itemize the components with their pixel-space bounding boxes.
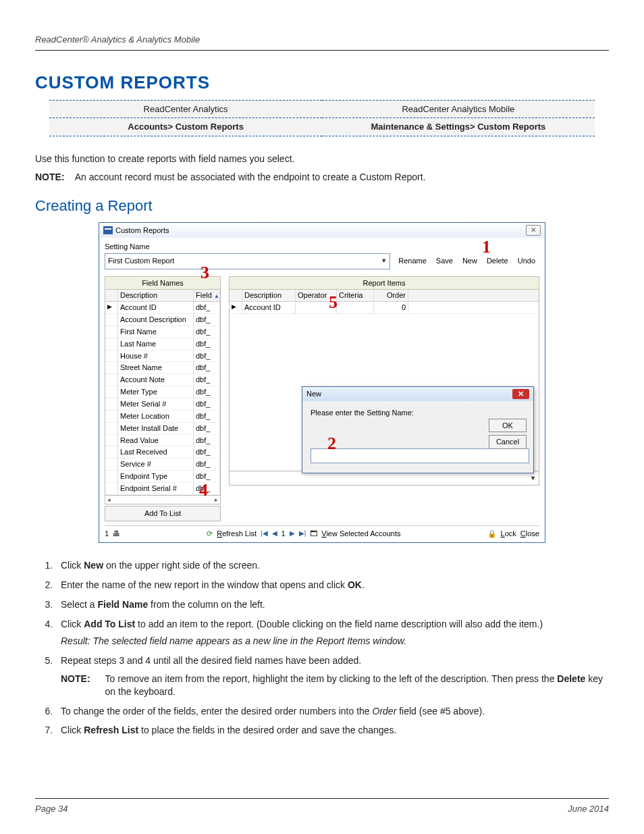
table-row[interactable]: House #dbf_ (105, 350, 220, 363)
report-icon (103, 226, 113, 234)
table-row[interactable]: ▶ Account ID 0 (230, 302, 539, 314)
table-row[interactable]: Street Namedbf_ (105, 362, 220, 374)
step-6: To change the order of the fields, enter… (55, 705, 609, 718)
print-icon[interactable]: 🖶 (113, 529, 120, 539)
window-title: Custom Reports (115, 226, 169, 236)
setting-name-input[interactable] (311, 448, 529, 463)
nav-table: ReadCenter Analytics ReadCenter Analytic… (49, 100, 595, 136)
table-row[interactable]: Read Valuedbf_ (105, 435, 220, 447)
step-7: Click Refresh List to place the fields i… (55, 724, 609, 737)
note-text: An account record must be associated wit… (75, 172, 426, 182)
cancel-button[interactable]: Cancel (489, 435, 527, 449)
dialog-close-button[interactable]: ✕ (512, 389, 529, 399)
close-link[interactable]: Close (520, 529, 539, 539)
nav-col2-path: Maintenance & Settings> Custom Reports (322, 118, 595, 136)
table-row[interactable]: Endpoint Serial #dbf_ (105, 483, 220, 495)
intro-text: Use this function to create reports with… (35, 153, 609, 165)
lock-icon[interactable]: 🔒 (487, 529, 497, 539)
step-1: Click New on the upper right side of the… (55, 559, 609, 572)
table-row[interactable]: First Namedbf_ (105, 326, 220, 338)
step-3: Select a Field Name from the column on t… (55, 598, 609, 611)
step-5-note: NOTE: To remove an item from the report,… (61, 673, 609, 698)
field-names-pane: Field Names Description Field ▲ ▶Account… (105, 276, 221, 521)
ok-button[interactable]: OK (489, 419, 527, 433)
report-items-header: Report Items (229, 276, 539, 290)
steps-list: Click New on the upper right side of the… (55, 559, 609, 737)
nav-page: 1 (281, 529, 286, 539)
table-row[interactable]: Meter Locationdbf_ (105, 411, 220, 423)
window-titlebar: Custom Reports ✕ (99, 223, 545, 238)
col-description[interactable]: Description (118, 290, 194, 301)
step-5: Repeat steps 3 and 4 until all the desir… (55, 654, 609, 698)
table-row[interactable]: Account Descriptiondbf_ (105, 314, 220, 326)
view-selected-link[interactable]: View Selected Accounts (321, 529, 400, 539)
delete-button[interactable]: Delete (483, 255, 512, 267)
setting-name-value: First Custom Report (108, 256, 174, 266)
doc-header: ReadCenter® Analytics & Analytics Mobile (35, 34, 609, 51)
undo-button[interactable]: Undo (514, 255, 539, 267)
subsection-title: Creating a Report (35, 196, 609, 216)
table-row[interactable]: ▶Account IDdbf_ (105, 302, 220, 314)
step-4: Click Add To List to add an item to the … (55, 618, 609, 648)
col-desc[interactable]: Description (242, 290, 296, 301)
page-number: 1 (105, 529, 109, 539)
nav-last-icon[interactable]: ▶| (299, 529, 306, 538)
table-row[interactable]: Meter Serial #dbf_ (105, 398, 220, 411)
rename-button[interactable]: Rename (394, 255, 431, 267)
table-row[interactable]: Service #dbf_ (105, 459, 220, 471)
save-button[interactable]: Save (432, 255, 457, 267)
table-row[interactable]: Meter Install Datedbf_ (105, 423, 220, 435)
new-button[interactable]: New (458, 255, 481, 267)
nav-col2-head: ReadCenter Analytics Mobile (322, 100, 595, 118)
refresh-icon[interactable]: ⟳ (207, 529, 213, 539)
nav-next-icon[interactable]: ▶ (290, 529, 295, 538)
field-names-grid[interactable]: Description Field ▲ ▶Account IDdbf_Accou… (105, 290, 221, 495)
table-row[interactable]: Meter Typedbf_ (105, 386, 220, 398)
col-field[interactable]: Field ▲ (194, 290, 220, 301)
nav-col1-head: ReadCenter Analytics (49, 100, 322, 118)
table-row[interactable]: Last Namedbf_ (105, 338, 220, 350)
chevron-down-icon[interactable]: ▼ (530, 474, 536, 482)
table-row[interactable]: Last Receiveddbf_ (105, 446, 220, 459)
status-bar: 1 🖶 ⟳ Refresh List |◀ ◀ 1 ▶ ▶| 🗔 View Se… (105, 525, 539, 539)
setting-name-dropdown[interactable]: First Custom Report ▼ (105, 253, 390, 269)
table-row[interactable]: Endpoint Typedbf_ (105, 471, 220, 483)
refresh-list-link[interactable]: Refresh List (217, 529, 257, 539)
window-close-button[interactable]: ✕ (526, 225, 541, 236)
nav-col1-path: Accounts> Custom Reports (49, 118, 322, 136)
add-to-list-button[interactable]: Add To List (105, 506, 221, 521)
dialog-prompt: Please enter the Setting Name: (311, 409, 414, 417)
custom-reports-window: Custom Reports ✕ Setting Name First Cust… (99, 222, 545, 543)
hscrollbar[interactable]: ◂▸ (105, 496, 221, 504)
col-criteria[interactable]: Criteria (337, 290, 374, 301)
page-title: CUSTOM REPORTS (35, 71, 609, 95)
toolbar: Rename Save New Delete Undo (394, 255, 539, 267)
lock-link[interactable]: Lock (501, 529, 516, 539)
step-2: Enter the name of the new report in the … (55, 579, 609, 592)
view-selected-icon[interactable]: 🗔 (310, 529, 317, 539)
col-order[interactable]: Order (374, 290, 408, 301)
dialog-title: New (306, 389, 321, 399)
new-dialog: New ✕ Please enter the Setting Name: OK … (302, 386, 534, 473)
table-row[interactable]: Account Notedbf_ (105, 374, 220, 386)
setting-name-label: Setting Name (105, 242, 539, 252)
col-operator[interactable]: Operator (296, 290, 337, 301)
note-line: NOTE: An account record must be associat… (35, 171, 609, 184)
nav-prev-icon[interactable]: ◀ (272, 529, 277, 538)
step-4-result: Result: The selected field name appears … (61, 635, 609, 648)
field-names-header: Field Names (105, 276, 221, 290)
note-label: NOTE: (35, 172, 65, 182)
chevron-down-icon: ▼ (381, 257, 387, 265)
nav-first-icon[interactable]: |◀ (261, 529, 268, 538)
